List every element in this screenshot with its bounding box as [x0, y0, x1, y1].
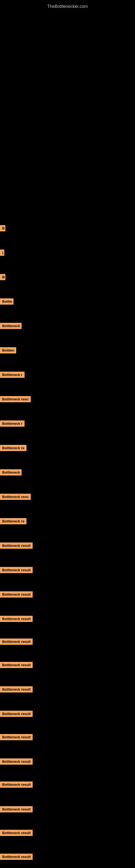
bottleneck-result-label: Bottleneck result [0, 806, 33, 812]
bottleneck-result-label: Bottleneck [0, 469, 21, 475]
bottleneck-result-label: Bottleneck re [0, 445, 27, 451]
bottleneck-result-label: | [0, 250, 4, 256]
bottleneck-result-label: Bottleneck result [0, 616, 33, 622]
bottleneck-result-label: Bottleneck result [0, 854, 33, 860]
bottleneck-result-label: Bottleneck r [0, 372, 25, 378]
bottleneck-result-label: Bottle [0, 299, 13, 305]
bottleneck-result-label: Bottleneck result [0, 591, 33, 597]
bottleneck-result-label: Bottleneck result [0, 542, 33, 549]
bottleneck-result-label: Bottleneck result [0, 662, 33, 668]
site-title: TheBottlenecker.com [0, 1, 135, 12]
bottleneck-result-label: Bottleneck resu [0, 494, 31, 500]
bottleneck-result-label: Bottleneck result [0, 639, 33, 645]
bottleneck-result-label: Bottleneck [0, 323, 21, 329]
bottleneck-result-label: B [0, 225, 5, 231]
bottleneck-result-label: Bottleneck resu [0, 396, 31, 402]
bottleneck-result-label: Bottleneck result [0, 711, 33, 717]
bottleneck-result-label: Bottleneck result [0, 758, 33, 765]
bottleneck-result-label: Bottleneck result [0, 734, 33, 740]
bottleneck-result-label: Bottlen [0, 347, 16, 353]
bottleneck-result-label: Bottleneck result [0, 686, 33, 692]
bottleneck-result-label: Bottleneck result [0, 567, 33, 573]
bottleneck-result-label: B [0, 274, 5, 280]
bottleneck-result-label: Bottleneck r [0, 421, 25, 427]
bottleneck-result-label: Bottleneck result [0, 781, 33, 788]
bottleneck-result-label: Bottleneck result [0, 830, 33, 836]
bottleneck-result-label: Bottleneck re [0, 518, 27, 524]
